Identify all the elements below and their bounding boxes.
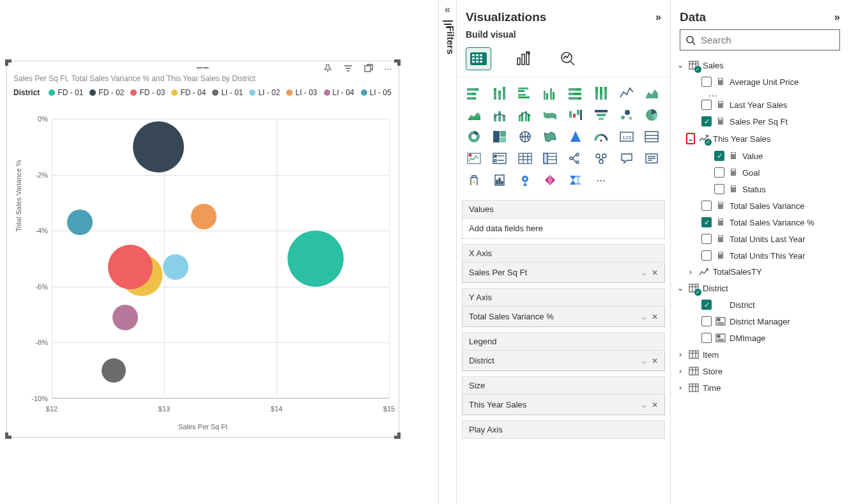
bubble-li05[interactable] xyxy=(67,210,93,235)
viz-ribbon[interactable] xyxy=(539,105,561,125)
collapse-data-icon[interactable]: » xyxy=(834,11,840,23)
analytics-tab[interactable] xyxy=(555,47,581,70)
checkbox[interactable] xyxy=(714,167,724,178)
checkbox-checked[interactable]: ✓ xyxy=(701,217,712,227)
chevron-down-icon[interactable]: ⌄ xyxy=(686,133,695,144)
scatter-chart-visual[interactable]: ━━ ··· Sales Per Sq Ft, Total Sales Vari… xyxy=(6,61,399,438)
remove-field-icon[interactable]: ✕ xyxy=(652,312,658,321)
checkbox-checked[interactable]: ✓ xyxy=(714,151,724,161)
field-total-units-this-year[interactable]: 🖩 Total Units This Year xyxy=(673,247,846,264)
focus-mode-icon[interactable] xyxy=(363,63,374,73)
viz-smart-narrative[interactable] xyxy=(641,149,662,168)
bubble-fd02[interactable] xyxy=(133,121,184,172)
field-goal[interactable]: 🖩 Goal xyxy=(673,164,846,181)
legend-field[interactable]: District ⌵✕ xyxy=(462,351,665,371)
table-item[interactable]: › Item xyxy=(673,346,846,363)
expand-filters-icon[interactable]: « xyxy=(439,4,456,15)
field-this-year-sales[interactable]: ⌄ This Year Sales xyxy=(673,130,846,148)
table-sales[interactable]: ⌄ Sales xyxy=(673,57,846,73)
checkbox[interactable] xyxy=(701,250,712,261)
bubble-fd01[interactable] xyxy=(287,231,344,287)
field-status[interactable]: 🖩 Status xyxy=(673,181,846,197)
chevron-down-icon[interactable]: ⌵ xyxy=(642,268,646,277)
field-total-units-last-year[interactable]: 🖩 Total Units Last Year xyxy=(673,231,846,247)
viz-goals[interactable] xyxy=(463,171,485,190)
viz-stacked-bar[interactable] xyxy=(463,84,485,103)
remove-field-icon[interactable]: ✕ xyxy=(652,356,658,365)
build-visual-tab[interactable] xyxy=(466,47,491,70)
viz-waterfall[interactable] xyxy=(565,105,586,125)
filters-pane-collapsed[interactable]: « Filters xyxy=(438,0,456,504)
checkbox[interactable] xyxy=(701,234,712,244)
bubble-fd03[interactable] xyxy=(108,245,153,289)
checkbox[interactable] xyxy=(714,184,724,194)
ellipsis-icon[interactable]: … xyxy=(673,90,846,96)
viz-paginated-report[interactable] xyxy=(489,171,510,190)
field-last-year-sales[interactable]: 🖩 Last Year Sales xyxy=(673,96,846,113)
viz-pie[interactable] xyxy=(641,105,662,125)
viz-more[interactable]: ··· xyxy=(590,171,612,190)
viz-treemap[interactable] xyxy=(489,127,510,146)
search-box[interactable] xyxy=(680,29,840,50)
viz-table[interactable] xyxy=(514,149,536,168)
bubble-li01[interactable] xyxy=(102,358,126,383)
checkbox[interactable] xyxy=(701,333,712,343)
bubble-li02[interactable] xyxy=(163,254,188,280)
field-total-sales-variance-pct[interactable]: ✓ 🖩 Total Sales Variance % xyxy=(673,214,846,231)
viz-card[interactable]: 123 xyxy=(616,127,638,146)
viz-multi-row-card[interactable] xyxy=(641,127,662,146)
viz-scatter[interactable] xyxy=(616,105,638,125)
viz-filled-map[interactable] xyxy=(539,127,561,146)
viz-line-clustered-column[interactable] xyxy=(514,105,536,125)
more-options-icon[interactable]: ··· xyxy=(384,63,392,73)
remove-field-icon[interactable]: ✕ xyxy=(652,401,658,409)
viz-100-stacked-bar[interactable] xyxy=(565,84,586,103)
viz-azure-map[interactable] xyxy=(565,127,586,146)
field-district-manager[interactable]: District Manager xyxy=(673,313,846,330)
viz-stacked-column[interactable] xyxy=(489,84,510,103)
checkbox[interactable] xyxy=(701,201,712,211)
viz-map[interactable] xyxy=(514,127,536,146)
checkbox[interactable] xyxy=(701,316,712,326)
bubble-li03[interactable] xyxy=(191,204,217,229)
checkbox-checked[interactable]: ✓ xyxy=(701,116,712,126)
field-dm-image[interactable]: DMImage xyxy=(673,330,846,346)
size-field[interactable]: This Year Sales ⌵✕ xyxy=(462,395,665,415)
field-total-sales-ty[interactable]: › TotalSalesTY xyxy=(673,264,846,280)
field-value[interactable]: ✓ 🖩 Value xyxy=(673,148,846,164)
viz-slicer[interactable] xyxy=(489,149,510,168)
chevron-down-icon[interactable]: ⌵ xyxy=(642,401,646,409)
viz-donut[interactable] xyxy=(463,127,485,146)
chevron-down-icon[interactable]: ⌵ xyxy=(642,356,646,365)
viz-power-automate[interactable] xyxy=(565,171,586,190)
viz-key-influencers[interactable] xyxy=(590,149,612,168)
filter-icon[interactable] xyxy=(343,63,353,73)
field-total-sales-variance[interactable]: 🖩 Total Sales Variance xyxy=(673,197,846,214)
field-district[interactable]: ✓ District xyxy=(673,296,846,313)
field-sales-per-sqft[interactable]: ✓ 🖩 Sales Per Sq Ft xyxy=(673,113,846,130)
viz-decomposition-tree[interactable] xyxy=(565,149,586,168)
pin-icon[interactable] xyxy=(323,63,333,73)
table-time[interactable]: › Time xyxy=(673,379,846,396)
viz-100-stacked-column[interactable] xyxy=(590,84,612,103)
yaxis-field[interactable]: Total Sales Variance % ⌵✕ xyxy=(462,307,665,327)
collapse-viz-icon[interactable]: » xyxy=(655,11,661,23)
format-visual-tab[interactable] xyxy=(510,47,536,70)
report-canvas[interactable]: ━━ ··· Sales Per Sq Ft, Total Sales Vari… xyxy=(0,0,438,504)
viz-line-stacked-column[interactable] xyxy=(489,105,510,125)
viz-funnel[interactable] xyxy=(590,105,612,125)
chevron-down-icon[interactable]: ⌵ xyxy=(642,312,646,321)
viz-kpi[interactable] xyxy=(463,149,485,168)
viz-qna[interactable] xyxy=(616,149,638,168)
viz-stacked-area[interactable] xyxy=(463,105,485,125)
xaxis-field[interactable]: Sales Per Sq Ft ⌵✕ xyxy=(462,263,665,283)
viz-clustered-bar[interactable] xyxy=(514,84,536,103)
checkbox-checked[interactable]: ✓ xyxy=(701,300,712,310)
viz-clustered-column[interactable] xyxy=(539,84,561,103)
checkbox[interactable] xyxy=(701,77,712,87)
bubble-li04[interactable] xyxy=(112,305,138,330)
viz-area[interactable] xyxy=(641,84,662,103)
viz-gauge[interactable] xyxy=(590,127,612,146)
table-district[interactable]: ⌄ District xyxy=(673,280,846,296)
values-dropzone[interactable]: Add data fields here xyxy=(462,218,665,239)
